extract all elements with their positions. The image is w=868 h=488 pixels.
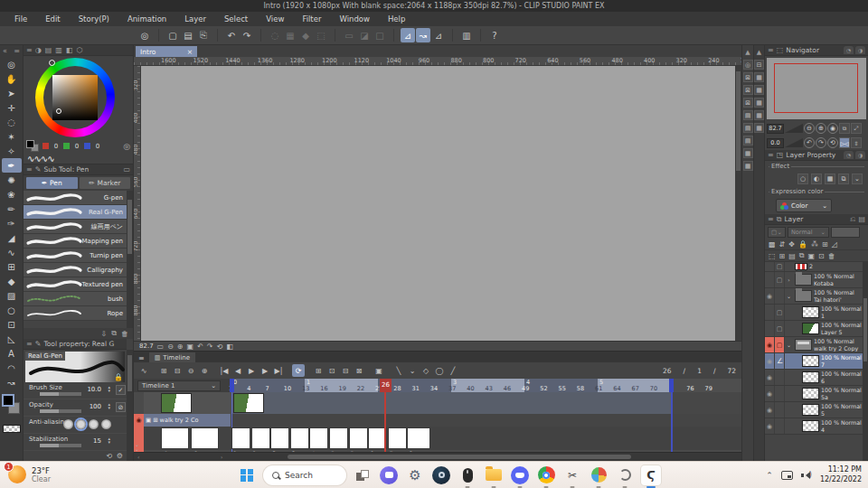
track-collapse-chevrons[interactable]: ⌄⌄: [135, 442, 139, 451]
layer-check-cell[interactable]: ▢: [775, 305, 785, 320]
nav-fit-screen-icon[interactable]: ⧉: [839, 123, 850, 134]
zoom-out-icon[interactable]: ⊖: [167, 343, 174, 351]
frame-tick[interactable]: 16: [320, 385, 327, 392]
tool-settings-icon[interactable]: ⚙: [117, 452, 123, 460]
decoration-tool[interactable]: ❀: [2, 187, 22, 202]
toolbox-menu-icon[interactable]: ≡: [14, 47, 20, 55]
layer-check-cell[interactable]: [775, 370, 785, 385]
cel-2[interactable]: [231, 427, 250, 449]
playback-start-marker[interactable]: [230, 379, 234, 392]
camera-cel-thumb-2[interactable]: [233, 393, 264, 413]
transparent-color-swatch[interactable]: [3, 425, 21, 433]
eraser-tool[interactable]: ◢: [2, 230, 22, 245]
brush-realgpen[interactable]: Real G-Pen: [24, 205, 127, 220]
transform-icon[interactable]: ◪: [357, 28, 372, 42]
close-tab-icon[interactable]: ×: [187, 48, 193, 56]
layerprop-tab-2[interactable]: ◑: [855, 151, 865, 159]
delete-cels-icon[interactable]: ⊠: [353, 364, 365, 377]
frame-tick[interactable]: 70: [650, 385, 657, 392]
property-anti-aliasing[interactable]: Anti-aliasing⌄: [24, 417, 127, 434]
layer-eye-cell[interactable]: ◉: [765, 402, 775, 418]
line-correction-tool[interactable]: ↝: [2, 375, 22, 389]
sub-view-palette-icon[interactable]: ⊟: [754, 60, 764, 70]
layer-row-1[interactable]: ▢100 % Normal1: [765, 305, 863, 321]
layer-eye-cell[interactable]: [765, 305, 775, 320]
prev-frame-icon[interactable]: ◀: [231, 364, 244, 377]
blend-tool[interactable]: ∿: [2, 245, 22, 259]
sv-marker[interactable]: [56, 108, 61, 114]
layer-check-cell[interactable]: ▢: [775, 337, 785, 352]
canvas-vertical-scrollbar[interactable]: [735, 66, 741, 341]
red-value[interactable]: 0: [51, 143, 61, 150]
expand-icon[interactable]: ⌄: [785, 293, 793, 299]
zoom-tool[interactable]: ◎: [2, 57, 22, 71]
palette-b4-icon[interactable]: ▦: [754, 98, 764, 108]
aa-option-1[interactable]: [63, 419, 73, 429]
toolprop-scrollbar[interactable]: [127, 350, 133, 461]
navigator-preview[interactable]: [767, 58, 866, 119]
color-panel-tab-4[interactable]: ◧: [66, 46, 73, 54]
ellipse-tool-icon[interactable]: ◯: [433, 364, 446, 377]
blue-value[interactable]: 0: [92, 143, 103, 150]
layer-check-cell[interactable]: ▢: [775, 262, 785, 271]
spinner-icon[interactable]: ▴▾: [108, 385, 110, 392]
frame-tick[interactable]: 67: [632, 385, 639, 392]
frame-tick[interactable]: 31: [412, 385, 420, 392]
subtool-detail-icon[interactable]: ▭: [123, 165, 130, 174]
brush-list-scrollbar[interactable]: [127, 191, 133, 328]
frame-tick[interactable]: 43: [486, 385, 493, 392]
layerprop-menu-icon[interactable]: ≡: [768, 151, 774, 159]
color-panel-menu-icon[interactable]: ≡: [26, 46, 33, 54]
airbrush-tool[interactable]: ✺: [2, 173, 22, 187]
rotate-right-icon[interactable]: ↷: [207, 343, 213, 351]
canvas[interactable]: [141, 66, 735, 341]
expand-icon[interactable]: ›: [785, 277, 793, 283]
task-view-button[interactable]: [353, 465, 373, 485]
effect-more-icon[interactable]: ⌄: [852, 174, 863, 184]
layer-check-cell[interactable]: [775, 288, 785, 304]
balloon-tool[interactable]: ◠: [2, 361, 22, 375]
brush-mappingpen[interactable]: Mapping pen: [24, 234, 127, 249]
layer-row-kotaba[interactable]: ▢›100 % NormalKotaba: [765, 272, 863, 288]
set-as-ruler-icon[interactable]: ◿: [832, 240, 837, 249]
status-zoom-value[interactable]: 82.7: [139, 343, 154, 350]
tl-zoom-in-icon[interactable]: ⊕: [198, 364, 211, 377]
settings-app[interactable]: ⚙: [405, 465, 425, 485]
color-panel-tab-3[interactable]: ▥: [55, 46, 62, 54]
frame-tick[interactable]: 22: [357, 385, 364, 392]
menu-storyp[interactable]: Story(P): [70, 14, 118, 23]
nav-zoom-out-icon[interactable]: ⊖: [804, 123, 815, 134]
palette-b3-icon[interactable]: ▦: [754, 85, 764, 95]
brush-calligraphy[interactable]: Calligraphy: [24, 263, 127, 277]
layer-check-cell[interactable]: [775, 418, 785, 434]
layer-thumbnail[interactable]: [795, 290, 812, 302]
tone-effect-icon[interactable]: ◐: [811, 174, 822, 184]
frame-tick[interactable]: 49: [522, 385, 529, 392]
mesh-transform-icon[interactable]: □: [373, 28, 387, 42]
next-frame-icon[interactable]: ▶: [259, 364, 271, 377]
frame-tick[interactable]: 19: [339, 385, 346, 392]
new-vector-layer-icon[interactable]: ⊞: [779, 252, 786, 260]
copy-subtool-icon[interactable]: ⧉: [111, 329, 117, 338]
timeline-horizontal-scrollbar[interactable]: ‹ ›: [134, 452, 741, 461]
normal-line-icon[interactable]: ╲: [392, 364, 405, 377]
pen-tool[interactable]: ✒: [2, 158, 22, 173]
zoom-slider[interactable]: [785, 124, 803, 133]
spinner-icon[interactable]: ▴▾: [108, 436, 110, 444]
timeline-menu-icon[interactable]: ≡: [138, 354, 145, 362]
specify-cels-icon[interactable]: ⊡: [326, 364, 338, 377]
frame-tick[interactable]: 76: [686, 385, 693, 392]
menu-file[interactable]: File: [5, 14, 36, 23]
cast-screen-icon[interactable]: [781, 471, 793, 480]
subtool-group-tab-marker[interactable]: ✏Marker: [80, 177, 131, 189]
eyedropper-tool[interactable]: ✧: [2, 144, 22, 158]
layer-eye-cell[interactable]: ◉: [765, 288, 775, 304]
clip-studio-app[interactable]: [615, 465, 635, 485]
property-option-icon[interactable]: ⊘: [116, 402, 126, 412]
color-pie-app[interactable]: [589, 465, 609, 485]
menu-animation[interactable]: Animation: [118, 14, 175, 23]
menu-filter[interactable]: Filter: [293, 14, 330, 23]
layer-thumbnail[interactable]: [802, 388, 819, 399]
crop-icon[interactable]: ⬚: [314, 28, 328, 42]
cel-2a[interactable]: [251, 427, 270, 449]
